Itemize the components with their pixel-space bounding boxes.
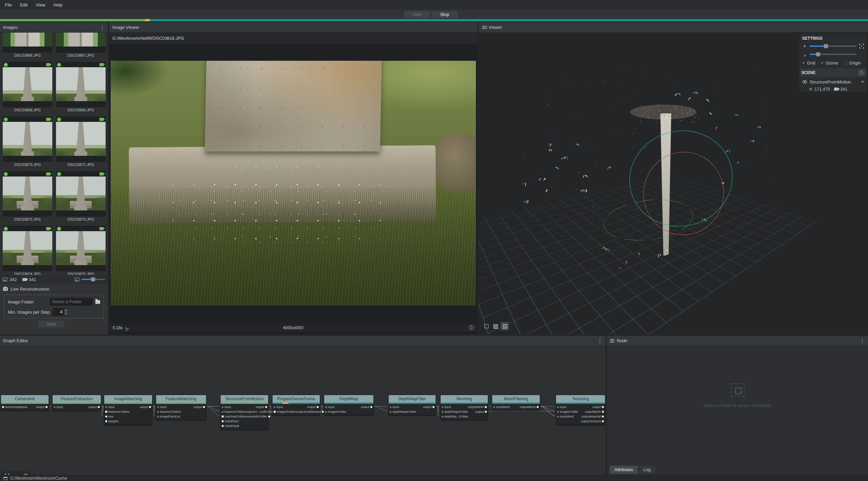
output-port[interactable]: output (88, 405, 100, 409)
grid-checkbox[interactable]: ✓ Grid (802, 60, 815, 66)
node-title[interactable]: Meshing (441, 395, 488, 403)
input-port[interactable]: input (222, 405, 231, 409)
input-port[interactable]: input (390, 405, 399, 409)
output-port[interactable]: output (475, 409, 487, 414)
input-port[interactable]: input (105, 405, 115, 409)
graph-node-DepthMapFilter[interactable]: DepthMapFilterinputoutputdepthMapsFolder (389, 395, 436, 415)
graph-node-FeatureExtraction[interactable]: FeatureExtractioninputoutput (53, 395, 101, 411)
input-port[interactable]: imagesFolder (557, 409, 578, 414)
image-thumbnail[interactable]: ✳ (3, 62, 52, 107)
output-port[interactable]: extraInfoFolder (246, 414, 270, 419)
input-port[interactable]: inputMesh (493, 405, 510, 409)
graph-node-Meshing[interactable]: MeshinginputoutputMeshdepthMapsFolderout… (441, 395, 488, 420)
graph-settings-gear-icon[interactable]: ⚙ (22, 472, 30, 475)
input-port[interactable]: tree (105, 414, 114, 419)
tab-log[interactable]: Log (639, 466, 655, 474)
viewport-3d[interactable]: SETTINGS ✳ ✓ Grid (479, 33, 868, 334)
render-wireframe-icon[interactable] (492, 322, 499, 330)
graph-node-MeshFiltering[interactable]: MeshFilteringinputMeshoutputMesh (492, 395, 540, 411)
output-port[interactable]: output (423, 405, 435, 409)
graph-node-ImageMatching[interactable]: ImageMatchinginputoutputfeaturesFolderst… (104, 395, 152, 425)
point-size-slider[interactable] (810, 45, 856, 47)
output-port[interactable]: outputUndistorted (297, 409, 324, 414)
visibility-eye-icon[interactable] (802, 80, 807, 84)
output-port[interactable]: output (592, 405, 604, 409)
stepper-down-icon[interactable]: ▼ (64, 312, 69, 315)
output-port[interactable]: outputMesh (520, 405, 539, 409)
input-port[interactable]: depthMa...rFolder (442, 414, 468, 419)
graph-editor-menu-icon[interactable]: ⋮ (597, 338, 603, 343)
input-port[interactable]: sensorDatabase (2, 405, 27, 409)
live-reconstruction-header[interactable]: Live Reconstruction (0, 284, 108, 293)
scene-media-row[interactable]: StructureFromMotion × (799, 77, 867, 85)
graph-node-CameraInit[interactable]: CameraInitsensorDatabaseoutput (1, 395, 49, 411)
node-title[interactable]: CameraInit (1, 395, 49, 403)
node-title[interactable]: FeatureExtraction (53, 395, 101, 403)
scene-info-icon[interactable]: ⓘ (858, 70, 865, 76)
graph-node-FeatureMatching[interactable]: FeatureMatchinginputoutputfeaturesFolder… (156, 395, 206, 420)
input-port[interactable]: depthMapsFolder (390, 409, 416, 414)
render-textured-icon[interactable] (501, 322, 509, 330)
graph-canvas[interactable]: CameraInitsensorDatabaseoutputFeatureExt… (0, 346, 606, 475)
stop-button[interactable]: Stop (431, 11, 458, 18)
node-title[interactable]: StructureFromMotion (221, 395, 268, 403)
output-port[interactable]: outputMaterial (581, 414, 604, 419)
photo-view[interactable] (111, 61, 476, 306)
input-port[interactable]: input (157, 405, 167, 409)
output-port[interactable]: outputMesh (585, 409, 604, 414)
output-port[interactable]: outputVi...AndPoses (246, 409, 276, 414)
input-port[interactable]: featuresFolders (105, 409, 130, 414)
output-port[interactable]: output (193, 405, 205, 409)
image-thumbnail[interactable]: ✳ (3, 33, 52, 53)
image-thumbnail[interactable]: ✳ (56, 171, 106, 217)
input-port[interactable]: input (325, 405, 335, 409)
image-thumbnail[interactable]: ✳ (3, 171, 52, 217)
node-title[interactable]: PrepareDenseScene (273, 395, 320, 403)
node-title[interactable]: MeshFiltering (492, 395, 540, 403)
input-port[interactable]: weights (105, 419, 119, 424)
output-port[interactable]: output (307, 405, 319, 409)
menu-view[interactable]: View (32, 1, 49, 9)
image-thumbnail[interactable]: ✳ (56, 62, 106, 107)
output-port[interactable]: outputMesh (468, 405, 487, 409)
gizmo-checkbox[interactable]: ✓ Gizmo (821, 60, 838, 66)
output-port[interactable]: output (256, 405, 267, 409)
fit-view-icon[interactable] (3, 472, 11, 475)
output-port[interactable]: output (36, 405, 48, 409)
input-port[interactable]: featuresFolders (222, 409, 246, 414)
graph-node-PrepareDenseScene[interactable]: PrepareDenseSceneinputoutputimagesFolder… (273, 395, 320, 415)
menu-file[interactable]: File (1, 1, 15, 9)
image-thumbnail[interactable]: ✳ (56, 33, 106, 53)
input-port[interactable]: initialPairB (222, 424, 239, 428)
stepper-up-icon[interactable]: ▲ (64, 309, 69, 312)
image-thumbnail[interactable]: ✳ (56, 116, 106, 162)
input-port[interactable]: input (442, 405, 451, 409)
min-images-stepper[interactable]: 4 ▲ ▼ (53, 308, 69, 316)
graph-node-StructureFromMotion[interactable]: StructureFromMotioninputoutputfeaturesFo… (221, 395, 268, 430)
output-port[interactable]: output (140, 405, 151, 409)
node-title[interactable]: Texturing (556, 395, 605, 403)
image-folder-field[interactable]: Select a Folder (50, 298, 93, 306)
frame-view-icon[interactable] (859, 44, 864, 49)
start-button[interactable]: Start (404, 11, 430, 18)
live-start-button[interactable]: Start (38, 320, 64, 328)
input-port[interactable]: imagePairsList (157, 414, 180, 419)
input-port[interactable]: matchesFolders (222, 414, 246, 419)
image-thumbnail[interactable]: ✳ (3, 226, 52, 271)
menu-help[interactable]: Help (50, 1, 66, 9)
node-title[interactable]: ImageMatching (104, 395, 152, 403)
input-port[interactable]: imagesFolders (274, 409, 297, 414)
input-port[interactable]: featuresFolders (157, 409, 181, 414)
input-port[interactable]: input (557, 405, 567, 409)
remove-media-icon[interactable]: × (861, 79, 864, 85)
input-port[interactable]: input (54, 405, 63, 409)
image-thumbnail[interactable]: ✳ (3, 116, 52, 162)
thumbnail-size-slider[interactable] (81, 279, 105, 280)
camera-scale-slider[interactable] (810, 54, 856, 55)
node-title[interactable]: FeatureMatching (156, 395, 206, 403)
tab-attributes[interactable]: Attributes (610, 466, 638, 474)
node-panel-menu-icon[interactable]: ⋮ (860, 338, 865, 343)
render-solid-icon[interactable] (483, 322, 490, 330)
image-thumbnail[interactable]: ✳ (56, 226, 106, 271)
input-port[interactable]: initialPairA (222, 419, 239, 424)
